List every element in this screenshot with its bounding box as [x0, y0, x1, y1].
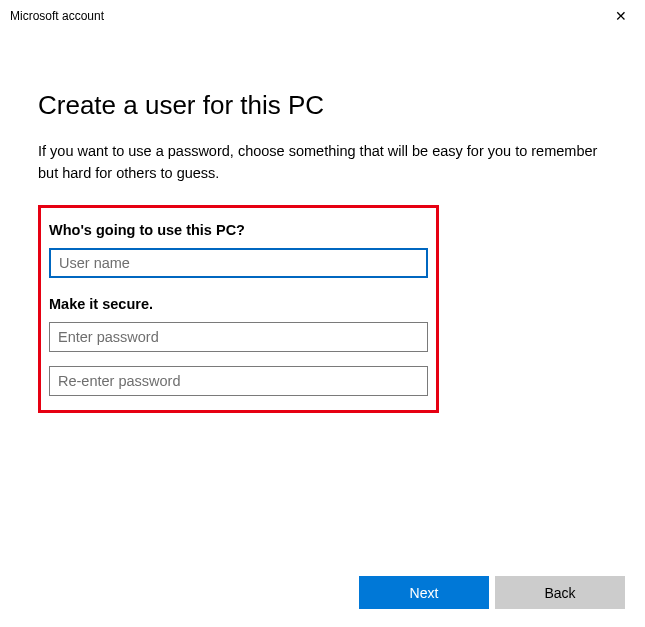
footer-buttons: Next Back: [359, 576, 625, 609]
back-button[interactable]: Back: [495, 576, 625, 609]
confirm-password-input[interactable]: [49, 366, 428, 396]
username-section-label: Who's going to use this PC?: [49, 222, 428, 238]
form-highlight-box: Who's going to use this PC? Make it secu…: [38, 205, 439, 413]
window-title: Microsoft account: [10, 9, 104, 23]
titlebar: Microsoft account ✕: [0, 0, 645, 30]
password-input[interactable]: [49, 322, 428, 352]
close-icon[interactable]: ✕: [607, 4, 635, 28]
page-subtitle: If you want to use a password, choose so…: [38, 141, 607, 185]
password-section-label: Make it secure.: [49, 296, 428, 312]
content-area: Create a user for this PC If you want to…: [0, 30, 645, 433]
username-input[interactable]: [49, 248, 428, 278]
next-button[interactable]: Next: [359, 576, 489, 609]
page-title: Create a user for this PC: [38, 90, 607, 121]
